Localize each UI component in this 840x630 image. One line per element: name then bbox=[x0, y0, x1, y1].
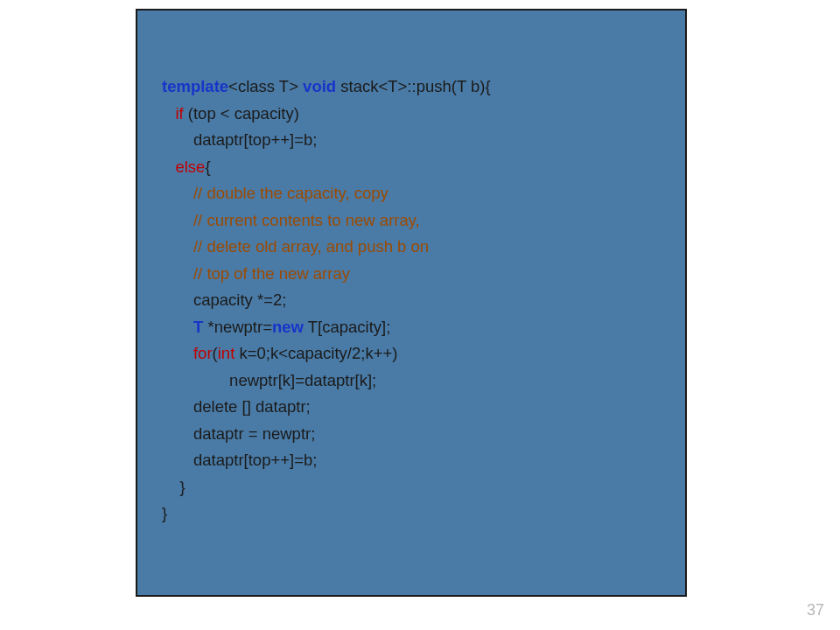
keyword-else: else bbox=[175, 158, 205, 176]
code-text: dataptr[top++]=b; bbox=[162, 451, 317, 469]
code-text: { bbox=[205, 158, 210, 176]
comment: // top of the new array bbox=[193, 264, 350, 283]
page-number: 37 bbox=[807, 601, 824, 620]
code-text: (top < capacity) bbox=[184, 104, 299, 122]
keyword-new: new bbox=[272, 318, 304, 336]
code-text: } bbox=[162, 478, 186, 496]
code-text: stack<T>::push(T b){ bbox=[336, 77, 491, 95]
keyword-int: int bbox=[218, 344, 235, 362]
comment: // delete old array, and push b on bbox=[193, 237, 429, 256]
comment: // double the capacity, copy bbox=[193, 184, 388, 202]
keyword-for: for bbox=[193, 344, 213, 362]
code-text: } bbox=[162, 504, 167, 522]
code-text: T[capacity]; bbox=[304, 318, 390, 336]
code-text: dataptr[top++]=b; bbox=[162, 130, 317, 149]
keyword-void: void bbox=[303, 77, 336, 95]
comment: // current contents to new array, bbox=[193, 211, 420, 229]
code-text: newptr[k]=dataptr[k]; bbox=[162, 371, 376, 389]
code-panel: template<class T> void stack<T>::push(T … bbox=[136, 9, 687, 597]
code-text: k=0;k<capacity/2;k++) bbox=[234, 344, 397, 362]
code-text: *newptr= bbox=[203, 318, 272, 336]
keyword-template: template bbox=[162, 77, 228, 95]
code-text: capacity *=2; bbox=[162, 290, 286, 309]
code-text: delete [] dataptr; bbox=[162, 397, 311, 416]
keyword-type: T bbox=[193, 318, 203, 336]
code-block: template<class T> void stack<T>::push(T … bbox=[162, 74, 661, 528]
code-text: dataptr = newptr; bbox=[162, 424, 315, 443]
code-text: <class T> bbox=[228, 77, 303, 95]
keyword-if: if bbox=[175, 104, 183, 122]
